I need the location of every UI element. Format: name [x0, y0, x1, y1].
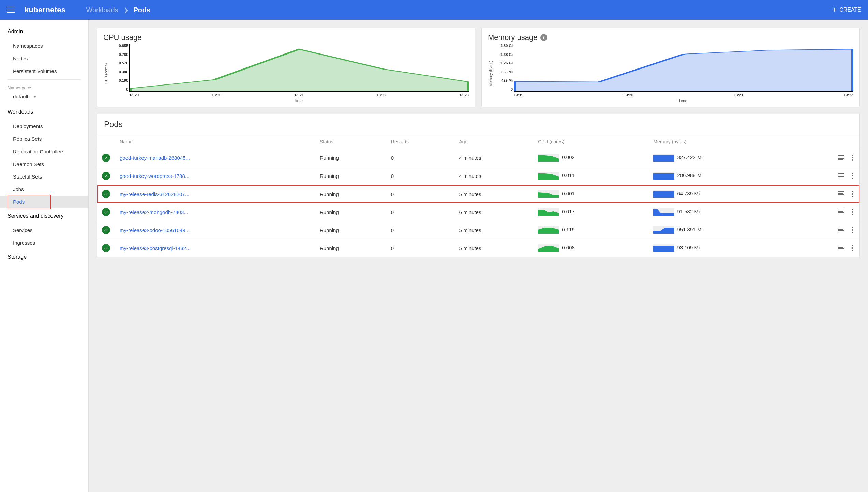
sidebar-item-daemon-sets[interactable]: Daemon Sets	[0, 158, 88, 170]
pod-name-link[interactable]: good-turkey-mariadb-268045...	[120, 155, 191, 161]
pod-restarts: 0	[386, 203, 454, 221]
table-row: my-release3-postgresql-1432... Running 0…	[97, 239, 859, 257]
pod-cpu: 0.119	[533, 221, 648, 239]
kebab-icon[interactable]	[851, 227, 855, 233]
mem-ylabel: Memory (bytes)	[488, 44, 493, 103]
status-ok-icon	[102, 244, 110, 252]
status-ok-icon	[102, 154, 110, 162]
mem-chart: 1.89 Gi1.68 Gi1.26 Gi858 Mi429 Mi0	[514, 44, 853, 92]
kebab-icon[interactable]	[851, 245, 855, 251]
cpu-ylabel: CPU (cores)	[103, 44, 109, 103]
pod-status: Running	[315, 167, 386, 185]
col-restarts[interactable]: Restarts	[386, 135, 454, 149]
pod-memory: 327.422 Mi	[648, 149, 795, 167]
sidebar-item-nodes[interactable]: Nodes	[0, 52, 88, 65]
main-content: CPU usage CPU (cores) 0.8550.7600.5700.3…	[89, 20, 868, 492]
logs-icon[interactable]	[838, 173, 844, 178]
pod-restarts: 0	[386, 221, 454, 239]
pods-table-title: Pods	[97, 114, 859, 135]
pod-age: 4 minutes	[454, 167, 533, 185]
logs-icon[interactable]	[838, 155, 844, 160]
pod-status: Running	[315, 149, 386, 167]
kebab-icon[interactable]	[851, 155, 855, 161]
pod-restarts: 0	[386, 167, 454, 185]
pod-name-link[interactable]: my-release3-odoo-10561049...	[120, 227, 191, 233]
sidebar-item-namespaces[interactable]: Namespaces	[0, 40, 88, 52]
pod-cpu: 0.001	[533, 185, 648, 203]
pod-age: 4 minutes	[454, 149, 533, 167]
pod-age: 5 minutes	[454, 239, 533, 257]
kebab-icon[interactable]	[851, 173, 855, 179]
status-ok-icon	[102, 226, 110, 234]
plus-icon: +	[832, 5, 837, 14]
pod-cpu: 0.011	[533, 167, 648, 185]
col-age[interactable]: Age	[454, 135, 533, 149]
sidebar: Admin NamespacesNodesPersistent Volumes …	[0, 20, 89, 492]
mem-xlabel: Time	[512, 98, 853, 103]
pod-memory: 951.891 Mi	[648, 221, 795, 239]
breadcrumb: Workloads ❯ Pods	[86, 6, 150, 14]
logs-icon[interactable]	[838, 191, 844, 196]
pod-name-link[interactable]: my-release2-mongodb-7403...	[120, 209, 191, 215]
pod-status: Running	[315, 221, 386, 239]
status-ok-icon	[102, 172, 110, 180]
namespace-label: Namespace	[0, 82, 88, 91]
sidebar-item-pods[interactable]: Pods	[0, 196, 88, 208]
status-ok-icon	[102, 208, 110, 216]
pod-cpu: 0.008	[533, 239, 648, 257]
memory-usage-card: Memory usage i Memory (bytes) 1.89 Gi1.6…	[481, 28, 860, 107]
table-row: good-turkey-mariadb-268045... Running 0 …	[97, 149, 859, 167]
sidebar-item-replica-sets[interactable]: Replica Sets	[0, 133, 88, 145]
table-row: my-release-redis-312628207... Running 0 …	[97, 185, 859, 203]
menu-icon[interactable]	[7, 6, 15, 14]
col-status[interactable]: Status	[315, 135, 386, 149]
info-icon[interactable]: i	[540, 34, 547, 41]
pod-restarts: 0	[386, 185, 454, 203]
breadcrumb-current: Pods	[134, 6, 150, 14]
mem-card-title: Memory usage i	[488, 33, 853, 42]
cpu-xlabel: Time	[128, 98, 469, 103]
pod-name-link[interactable]: my-release3-postgresql-1432...	[120, 245, 191, 251]
sidebar-item-persistent-volumes[interactable]: Persistent Volumes	[0, 65, 88, 77]
pod-memory: 206.988 Mi	[648, 167, 795, 185]
pod-name-link[interactable]: my-release-redis-312628207...	[120, 191, 191, 197]
pod-cpu: 0.017	[533, 203, 648, 221]
kebab-icon[interactable]	[851, 209, 855, 215]
logs-icon[interactable]	[838, 246, 844, 250]
sidebar-item-stateful-sets[interactable]: Stateful Sets	[0, 170, 88, 183]
sidebar-item-replication-controllers[interactable]: Replication Controllers	[0, 145, 88, 158]
pod-age: 6 minutes	[454, 203, 533, 221]
col-cpu-cores-[interactable]: CPU (cores)	[533, 135, 648, 149]
cpu-chart: 0.8550.7600.5700.3800.1900	[129, 44, 469, 92]
create-button[interactable]: + CREATE	[832, 5, 861, 14]
namespace-select[interactable]: default	[0, 91, 88, 104]
pod-memory: 91.582 Mi	[648, 203, 795, 221]
sidebar-item-deployments[interactable]: Deployments	[0, 120, 88, 133]
sidebar-heading-admin: Admin	[0, 24, 88, 40]
sidebar-item-ingresses[interactable]: Ingresses	[0, 236, 88, 249]
sidebar-item-services[interactable]: Services	[0, 224, 88, 236]
caret-down-icon	[33, 96, 36, 98]
table-row: good-turkey-wordpress-1788... Running 0 …	[97, 167, 859, 185]
pod-age: 5 minutes	[454, 221, 533, 239]
col-memory-bytes-[interactable]: Memory (bytes)	[648, 135, 795, 149]
breadcrumb-parent[interactable]: Workloads	[86, 6, 118, 14]
sidebar-item-jobs[interactable]: Jobs	[0, 183, 88, 196]
pods-table-card: Pods NameStatusRestartsAgeCPU (cores)Mem…	[97, 114, 860, 257]
pod-age: 5 minutes	[454, 185, 533, 203]
pod-status: Running	[315, 239, 386, 257]
pod-name-link[interactable]: good-turkey-wordpress-1788...	[120, 173, 191, 179]
pod-restarts: 0	[386, 239, 454, 257]
logs-icon[interactable]	[838, 228, 844, 232]
sidebar-heading-workloads: Workloads	[0, 104, 88, 120]
pod-restarts: 0	[386, 149, 454, 167]
table-row: my-release2-mongodb-7403... Running 0 6 …	[97, 203, 859, 221]
divider	[8, 79, 81, 80]
logs-icon[interactable]	[838, 210, 844, 214]
pod-memory: 64.789 Mi	[648, 185, 795, 203]
col-name[interactable]: Name	[115, 135, 315, 149]
namespace-value: default	[13, 94, 28, 99]
kebab-icon[interactable]	[851, 191, 855, 197]
sidebar-heading-storage: Storage	[0, 249, 88, 265]
cpu-card-title: CPU usage	[103, 33, 469, 42]
